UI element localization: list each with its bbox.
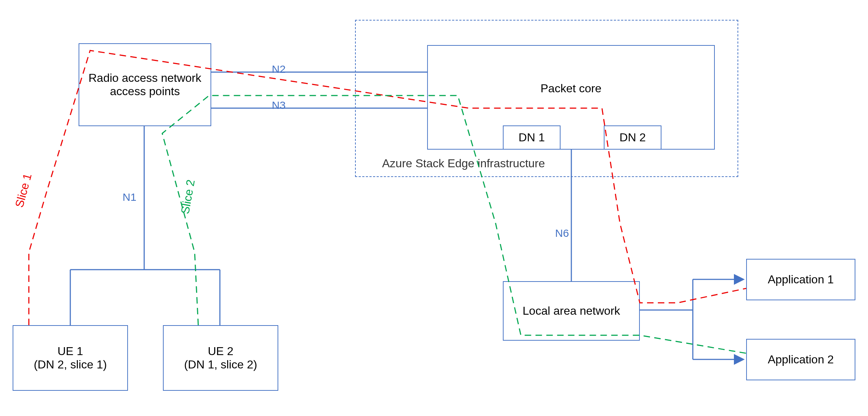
n6-label: N6 bbox=[555, 227, 569, 239]
n2-label: N2 bbox=[272, 63, 285, 75]
lan-box: Local area network bbox=[503, 281, 640, 341]
n3-label: N3 bbox=[272, 99, 285, 111]
ue2-box: UE 2 (DN 1, slice 2) bbox=[163, 325, 278, 391]
ue2-label-line1: UE 2 bbox=[208, 345, 233, 358]
dn2-label: DN 2 bbox=[620, 131, 646, 144]
slice2-label: Slice 2 bbox=[178, 178, 198, 215]
ue1-label-line2: (DN 2, slice 1) bbox=[34, 358, 107, 371]
packet-core-label: Packet core bbox=[541, 82, 602, 95]
lan-label: Local area network bbox=[523, 304, 620, 318]
app2-label: Application 2 bbox=[768, 353, 834, 366]
n1-label: N1 bbox=[123, 191, 136, 203]
app1-label: Application 1 bbox=[768, 273, 834, 286]
ue2-label-line2: (DN 1, slice 2) bbox=[184, 358, 257, 371]
azure-stack-label: Azure Stack Edge infrastructure bbox=[382, 157, 545, 170]
dn2-box: DN 2 bbox=[604, 125, 661, 150]
packet-core-box: Packet core bbox=[427, 45, 715, 150]
app1-box: Application 1 bbox=[746, 259, 855, 300]
dn1-box: DN 1 bbox=[503, 125, 561, 150]
ue1-box: UE 1 (DN 2, slice 1) bbox=[13, 325, 128, 391]
ran-label: Radio access network access points bbox=[83, 71, 207, 98]
slice1-label: Slice 1 bbox=[13, 172, 35, 209]
ran-box: Radio access network access points bbox=[79, 43, 211, 126]
app2-box: Application 2 bbox=[746, 339, 855, 380]
dn1-label: DN 1 bbox=[519, 131, 545, 144]
ue1-label-line1: UE 1 bbox=[57, 345, 83, 358]
